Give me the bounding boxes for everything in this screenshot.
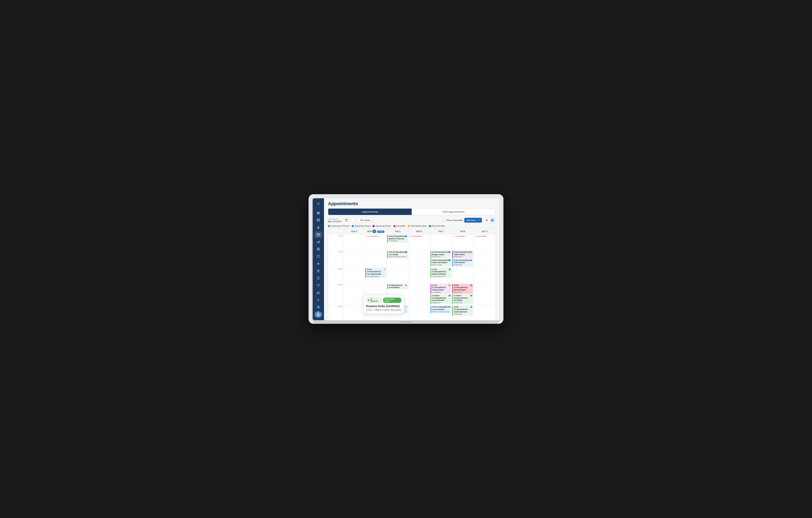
calendar2-icon[interactable] [315,253,322,260]
appt-lee-chang[interactable]: 9:00-10:00am(60min) Lee Chang Degree Pro… [387,251,408,258]
legend-dot-in-person [328,225,330,227]
cell-mon-11am[interactable]: IN PERSON PAST WITH NOTE Rowena Kirby (A… [365,283,387,305]
hamburger-icon[interactable]: ☰ [315,201,322,207]
cell-mon-8am[interactable]: ⊘ Unavailable [365,235,387,250]
appointments-icon[interactable] [315,231,322,238]
appt-ayo-ogunseinde[interactable]: 10:00-10:30am(30min) Ayo Ogunseinde Firs… [366,268,386,278]
day-label-wed: WED 6 [416,230,423,233]
time-row-11am: 11 AM IN PERSON [328,283,495,305]
svg-rect-3 [319,220,320,221]
tab-appointments[interactable]: Appointments [328,209,412,215]
cell-sat-10am[interactable] [473,267,495,283]
svg-point-4 [318,226,319,227]
appt-darnell-mcgee[interactable]: 10:30-11:00am(30min) Darnell Mcgee Regis… [452,284,473,294]
legend-label-virtual: Upcoming Virtual [355,225,370,227]
cell-wed-11am[interactable] [408,283,430,305]
appt-icon-linda: 👥 [470,306,472,308]
cell-sat-9am[interactable] [473,250,495,268]
appt-reagan-stuart[interactable]: 9:00-9:30am(30min) Reagan Stuart Registr… [431,251,451,258]
cell-wed-10am[interactable] [408,267,430,283]
svg-point-15 [319,292,320,293]
day-header-thu: THU 7 [430,228,452,235]
user-avatar[interactable] [315,311,322,318]
cell-sun-8am[interactable] [343,235,365,250]
legend-dot-past-note [429,225,431,227]
dashboard-icon[interactable] [315,217,322,223]
cell-fri-11am[interactable]: 10:30-11:00am(30min) Darnell Mcgee Regis… [452,283,473,305]
legend: Upcoming In-Person Upcoming Virtual Upco… [324,225,499,228]
next-week-button[interactable]: › [375,218,379,223]
cell-sun-11am[interactable] [343,283,365,305]
appt-linda-simmons[interactable]: 12:00-12:30pm(30min) Linda Simmons Regis… [452,305,473,316]
document-icon[interactable] [315,268,322,274]
cell-tue-8am[interactable]: 8:00-8:30am(30min) Madison Peterson Cons… [387,235,408,250]
calendar-table: SUN 3 MON 4 TODAY TUE 5 WED 6 THU 7 FRI … [328,228,495,320]
cell-mon-9am[interactable] [365,250,387,268]
cell-wed-9am[interactable] [408,250,430,268]
table-icon[interactable] [315,246,322,252]
add-new-button[interactable]: Add New ▾ [464,218,482,223]
show-cancelled-checkbox[interactable] [443,219,446,222]
cell-thu-12pm[interactable]: 12:00-1:00pm(60min) Laura Dawson Degree … [430,305,452,320]
day-header-sat: SAT 9 [473,228,495,235]
cell-tue-10am[interactable] [387,267,408,283]
cell-tue-9am[interactable]: 9:00-10:00am(60min) Lee Chang Degree Pro… [387,250,408,268]
cell-thu-9am[interactable]: 9:00-9:30am(30min) Reagan Stuart Registr… [430,250,452,268]
appointment-tooltip: IN PERSON PAST WITH NOTE Rowena Kirby (A… [364,295,404,313]
day-header-mon: MON 4 TODAY [365,228,387,235]
appt-tue-11[interactable]: 12:00pm(30min) Consultation 📞 [387,284,408,289]
sidebar: ☰ [313,198,324,320]
cell-sun-12pm[interactable] [343,305,365,320]
appt-madison-peterson[interactable]: 8:00-8:30am(30min) Madison Peterson Cons… [387,235,408,243]
appt-jacey-beasley[interactable]: 11:30am-12:00pm(30min) Jacey Beasley Reg… [431,294,451,304]
main-content: Appointments Appointments Past Appointme… [324,198,499,320]
cell-thu-11am[interactable]: 11:00-11:30am(30min) Tommy Eaton Consult… [430,283,452,305]
this-week-button[interactable]: This Week [357,218,373,222]
appt-josh-stewart[interactable]: 9:30-10:00am(30min) Josh Stewart Registr… [452,259,473,267]
cell-wed-12pm[interactable] [408,305,430,320]
add-new-dropdown-icon[interactable]: ▾ [477,218,482,222]
cell-sat-12pm[interactable] [473,305,495,320]
cell-fri-12pm[interactable]: 12:00-12:30pm(30min) Linda Simmons Regis… [452,305,473,320]
tooltip-badge-in-person-label: IN PERSON [370,298,380,302]
home-icon[interactable] [315,210,322,216]
appt-yadiel-harris[interactable]: 9:00-9:30am(30min) Yadiel Harris Registr… [452,251,473,258]
filter-icon[interactable] [315,282,322,289]
cell-fri-10am[interactable] [452,267,473,283]
show-cancelled-label[interactable]: Show Cancelled [443,219,463,222]
appt-laura-dawson[interactable]: 12:00-1:00pm(60min) Laura Dawson Degree … [431,305,451,313]
cell-mon-10am[interactable]: 10:00-10:30am(30min) Ayo Ogunseinde Firs… [365,267,387,283]
globe-icon[interactable] [315,304,322,310]
cell-fri-8am[interactable]: ⊘ Unavailable [452,235,473,250]
tab-past-appointments[interactable]: Past Appointments [412,209,495,215]
calendar-view-button[interactable] [489,217,495,223]
time-label-10am: 10 AM [328,267,343,283]
settings-icon[interactable] [315,297,322,303]
list-view-button[interactable] [484,217,489,223]
appt-ayden-harrington[interactable]: 9:30-10:00am(30min) Ayden Harrington Maj… [431,259,451,267]
cell-sat-11am[interactable] [473,283,495,305]
appt-carl-bates[interactable]: 11:30am-12:00pm(30min) Carl Bates Regist… [452,294,473,304]
time-row-8am: 8 AM ⊘ Unavailable 8:00-8:30am(30min) [328,235,495,250]
cell-wed-8am[interactable]: ⊘ Unavailable [408,235,430,250]
appt-samara-dickson[interactable]: 10:00-10:30am(30min) Samara Dickson Care… [431,268,451,278]
people-icon[interactable] [315,224,322,230]
cell-fri-9am[interactable]: 9:00-9:30am(30min) Yadiel Harris Registr… [452,250,473,268]
tabs-container: Appointments Past Appointments [328,209,495,215]
tooltip-time: 12:00 - 1:00pm • Career Discussion [366,308,401,311]
calendar-container[interactable]: SUN 3 MON 4 TODAY TUE 5 WED 6 THU 7 FRI … [324,228,499,320]
graduation-icon[interactable] [315,261,322,267]
calendar-picker-button[interactable] [344,218,349,223]
chart-icon[interactable] [315,239,322,245]
legend-phone: Upcoming Phone [373,225,391,227]
appt-tommy-eaton[interactable]: 11:00-11:30am(30min) Tommy Eaton Consult… [431,284,451,294]
prev-week-button[interactable]: ‹ [351,218,355,223]
add-new-label: Add New [464,218,477,223]
cell-thu-8am[interactable] [430,235,452,250]
users-icon[interactable] [315,290,322,296]
list-icon[interactable] [315,275,322,281]
cell-sat-8am[interactable]: ⊘ Unavailable [473,235,495,250]
cell-thu-10am[interactable]: 10:00-10:30am(30min) Samara Dickson Care… [430,267,452,283]
cell-sun-9am[interactable] [343,250,365,268]
cell-sun-10am[interactable] [343,267,365,283]
